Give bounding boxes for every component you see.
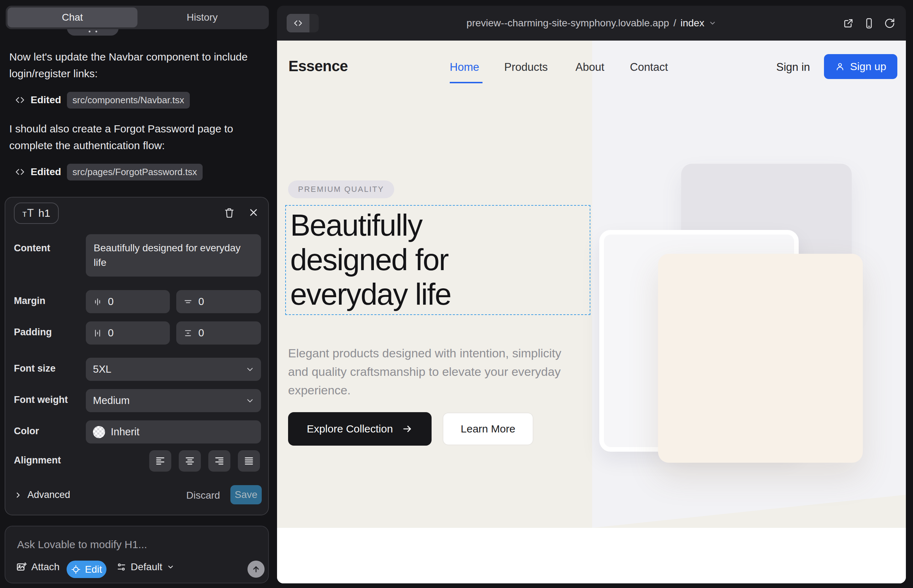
refresh-icon [884, 18, 895, 29]
color-select[interactable]: Inherit [86, 420, 261, 444]
edited-file-row[interactable]: Edited src/pages/ForgotPassword.tsx [15, 164, 202, 180]
smartphone-icon [863, 18, 874, 29]
hero-heading[interactable]: Beautifully designed for everyday life [286, 206, 590, 312]
preview-url[interactable]: preview--charming-site-symphony.lovable.… [277, 6, 906, 40]
padding-vertical-icon [183, 328, 193, 338]
alignment-group [149, 450, 260, 472]
code-icon [15, 95, 25, 105]
nav-link-products[interactable]: Products [504, 61, 548, 74]
active-nav-underline [450, 82, 482, 83]
sliders-icon [117, 562, 126, 572]
align-justify-icon [244, 456, 254, 466]
edit-mode-button[interactable]: Edit [66, 561, 107, 578]
edited-label: Edited [31, 94, 61, 106]
refresh-button[interactable] [884, 18, 895, 29]
margin-x-input[interactable]: 0 [86, 290, 170, 313]
color-swatch-icon [93, 426, 105, 438]
margin-label: Margin [14, 296, 45, 307]
learn-more-button[interactable]: Learn More [443, 412, 533, 445]
next-section-background [277, 528, 906, 583]
chevron-down-icon [709, 19, 716, 27]
align-left-button[interactable] [149, 450, 171, 472]
color-label: Color [14, 426, 39, 437]
sign-up-button[interactable]: Sign up [824, 54, 897, 79]
align-right-icon [214, 456, 225, 466]
topbar-actions [843, 6, 895, 40]
preview-topbar: preview--charming-site-symphony.lovable.… [277, 6, 906, 40]
model-selector[interactable]: Default [117, 561, 175, 573]
send-button[interactable] [248, 561, 265, 578]
selected-element-pill[interactable]: тT h1 [14, 202, 59, 224]
site-logo[interactable]: Essence [288, 58, 348, 75]
padding-x-input[interactable]: 0 [86, 321, 170, 344]
align-center-icon [185, 456, 195, 466]
font-size-select[interactable]: 5XL [86, 358, 261, 381]
tab-history[interactable]: History [138, 8, 267, 27]
sidebar-tabs: Chat History [6, 6, 269, 29]
image-plus-icon [16, 562, 27, 572]
discard-button[interactable]: Discard [184, 489, 222, 501]
chat-message: Now let's update the Navbar component to… [9, 48, 264, 82]
explore-collection-button[interactable]: Explore Collection [288, 412, 432, 446]
arrow-right-icon [402, 423, 413, 434]
margin-vertical-icon [183, 297, 193, 307]
padding-horizontal-icon [93, 328, 102, 338]
alignment-label: Alignment [14, 455, 61, 466]
chevron-right-icon [14, 491, 23, 499]
close-panel-button[interactable] [248, 207, 259, 218]
nav-link-contact[interactable]: Contact [630, 61, 668, 74]
hero-card-front [658, 254, 863, 463]
tab-chat[interactable]: Chat [8, 8, 138, 27]
selected-element-outline[interactable]: Beautifully designed for everyday life [285, 205, 590, 315]
chevron-down-icon [167, 563, 175, 571]
url-host: preview--charming-site-symphony.lovable.… [466, 18, 669, 29]
delete-element-button[interactable] [223, 207, 235, 218]
save-button[interactable]: Save [230, 485, 262, 504]
code-icon [15, 167, 25, 177]
mobile-view-button[interactable] [863, 18, 874, 29]
nav-link-home[interactable]: Home [450, 61, 479, 74]
chevron-down-icon [245, 396, 254, 405]
padding-label: Padding [14, 327, 52, 338]
padding-y-input[interactable]: 0 [176, 321, 261, 344]
chat-composer: Ask Lovable to modify H1... Attach Edit … [5, 526, 269, 583]
file-chip[interactable]: src/pages/ForgotPassword.tsx [67, 164, 203, 181]
composer-input[interactable]: Ask Lovable to modify H1... [17, 538, 147, 551]
font-weight-select[interactable]: Medium [86, 389, 261, 412]
target-icon [71, 564, 81, 575]
content-label: Content [14, 243, 50, 254]
chat-sidebar: Chat History Now let's update the Navbar… [0, 0, 277, 588]
hero-paragraph: Elegant products designed with intention… [288, 344, 573, 399]
element-editor-panel: тT h1 Content Beautifully designed for e… [5, 197, 269, 515]
url-page: index [680, 18, 704, 29]
external-link-icon [843, 18, 854, 29]
chevron-down-icon [245, 365, 254, 374]
trash-icon [223, 207, 235, 218]
element-tag: h1 [39, 207, 50, 219]
preview-pane: preview--charming-site-symphony.lovable.… [277, 6, 906, 583]
close-icon [248, 207, 259, 218]
hero-badge: PREMIUM QUALITY [288, 181, 394, 198]
edited-label: Edited [31, 166, 61, 178]
url-separator: / [673, 18, 676, 29]
margin-horizontal-icon [93, 297, 102, 307]
user-icon [835, 61, 845, 71]
type-icon: тT [23, 207, 34, 220]
sign-in-link[interactable]: Sign in [776, 61, 810, 74]
edited-file-row[interactable]: Edited src/components/Navbar.tsx [15, 92, 190, 108]
align-left-icon [155, 456, 165, 466]
content-input[interactable]: Beautifully designed for everyday life [86, 234, 261, 276]
advanced-toggle[interactable]: Advanced [14, 489, 70, 501]
open-external-button[interactable] [843, 18, 854, 29]
font-size-label: Font size [14, 363, 55, 374]
attach-button[interactable]: Attach [16, 561, 60, 573]
align-right-button[interactable] [208, 450, 230, 472]
align-justify-button[interactable] [238, 450, 260, 472]
arrow-up-icon [251, 564, 261, 574]
file-chip[interactable]: src/components/Navbar.tsx [67, 92, 190, 108]
nav-link-about[interactable]: About [575, 61, 604, 74]
align-center-button[interactable] [179, 450, 201, 472]
margin-y-input[interactable]: 0 [176, 290, 261, 313]
site-canvas: Essence Home Products About Contact Sign… [277, 40, 906, 583]
font-weight-label: Font weight [14, 394, 68, 405]
